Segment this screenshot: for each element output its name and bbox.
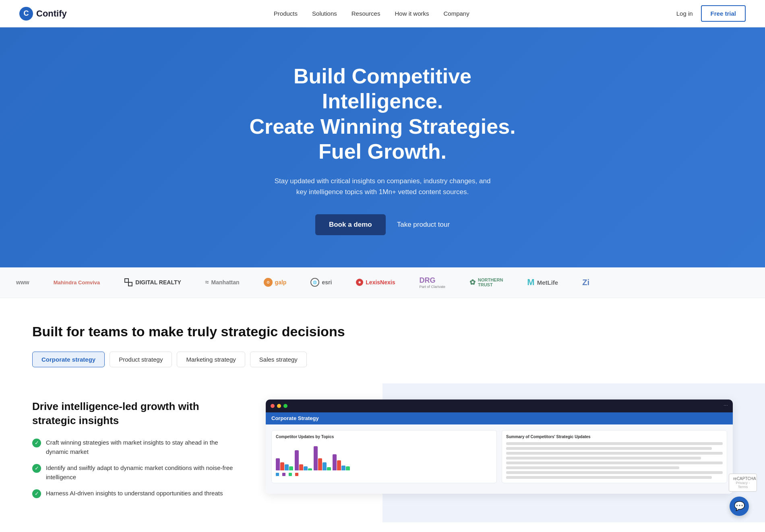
text-line [506,452,723,455]
feature-item-3: ✓ Harness AI-driven insights to understa… [32,489,242,498]
logo-galp: ⊙ galp [264,278,287,287]
hero-subtext: Stay updated with critical insights on c… [274,176,491,197]
text-line [506,471,723,474]
bar-chart [276,442,492,470]
text-line [506,457,701,460]
content-section: Drive intelligence-led growth with strat… [0,383,765,522]
feature-list: ✓ Craft winning strategies with market i… [32,438,242,498]
logo-manhattan: ≈ Manhattan [205,279,240,286]
text-line [506,462,723,464]
dashboard-mockup: ⋯ Corporate Strategy Competitor Updates … [266,400,733,494]
logo-zi: Zi [582,278,589,287]
content-left: Drive intelligence-led growth with strat… [32,400,242,498]
free-trial-button[interactable]: Free trial [701,5,746,22]
logo-www: www [16,279,29,286]
bar [323,462,327,470]
nav-links: Products Solutions Resources How it work… [274,10,469,17]
dash-topbar: ⋯ [266,400,733,412]
bar [299,464,303,470]
logo-icon: C [19,7,33,21]
feature-item-1: ✓ Craft winning strategies with market i… [32,438,242,456]
chatbot-button[interactable]: 💬 [730,497,749,516]
logo-digital-realty: DIGITAL REALTY [124,278,181,287]
bar [337,460,341,470]
nav-solutions[interactable]: Solutions [312,10,337,17]
navbar-actions: Log in Free trial [676,5,746,22]
bar [285,464,289,470]
tab-product-strategy[interactable]: Product strategy [110,352,172,367]
text-line [506,466,679,469]
text-line [506,442,723,445]
bar-group-1 [276,458,293,470]
tab-marketing-strategy[interactable]: Marketing strategy [177,352,245,367]
check-icon-2: ✓ [32,464,41,473]
bar [280,462,284,470]
bar-group-3 [314,446,331,470]
lexis-icon: ◉ [356,279,363,286]
text-line [506,476,712,479]
check-icon-3: ✓ [32,489,41,498]
bar [304,466,308,470]
logos-strip: www Mahindra Comviva DIGITAL REALTY ≈ Ma… [0,267,765,298]
recaptcha-badge: reCAPTCHA Privacy - Terms [729,474,757,492]
hero-section: Build Competitive Intelligence. Create W… [0,27,765,267]
bar [341,466,345,470]
bar [318,458,322,470]
book-demo-button[interactable]: Book a demo [315,214,386,235]
bar-group-4 [333,454,350,470]
hero-actions: Book a demo Take product tour [8,214,757,235]
logo-mahindra: Mahindra Comviva [54,279,100,286]
bar [308,468,312,470]
dash-body: Competitor Updates by Topics [266,424,733,494]
text-line [506,447,712,450]
nav-company[interactable]: Company [443,10,469,17]
content-heading: Drive intelligence-led growth with strat… [32,400,242,428]
logos-inner: www Mahindra Comviva DIGITAL REALTY ≈ Ma… [0,276,765,289]
galp-icon: ⊙ [264,278,273,287]
feature-item-2: ✓ Identify and swiftly adapt to dynamic … [32,464,242,482]
dot-green [283,404,287,408]
nav-products[interactable]: Products [274,10,298,17]
dashboard-inner: ⋯ Corporate Strategy Competitor Updates … [266,400,733,494]
bar-legend [276,473,492,476]
logo-lexis: ◉ LexisNexis [356,279,395,286]
login-link[interactable]: Log in [676,10,693,17]
text-lines [506,442,723,479]
svg-rect-0 [125,279,128,282]
strategy-section: Built for teams to make truly strategic … [0,298,765,383]
check-icon-1: ✓ [32,439,41,447]
esri-icon: 🌐 [310,278,319,287]
strategy-title: Built for teams to make truly strategic … [32,324,733,339]
logo-metlife: M MetLife [527,277,558,288]
tab-corporate-strategy[interactable]: Corporate strategy [32,352,105,367]
dash-title-bar: Corporate Strategy [266,412,733,424]
logo-esri: 🌐 esri [310,278,332,287]
bar [333,454,337,470]
nav-how-it-works[interactable]: How it works [395,10,429,17]
product-tour-link[interactable]: Take product tour [397,221,450,229]
bar [314,446,318,470]
bar [346,466,350,470]
tab-sales-strategy[interactable]: Sales strategy [250,352,307,367]
bar [327,467,331,470]
bar [295,450,299,470]
bar-chart-panel: Competitor Updates by Topics [271,430,497,483]
dot-yellow [277,404,281,408]
summary-panel: Summary of Competitors' Strategic Update… [502,430,727,483]
strategy-tabs: Corporate strategy Product strategy Mark… [32,352,733,367]
logo[interactable]: C Contify [19,7,67,21]
bar [276,458,280,470]
navbar: C Contify Products Solutions Resources H… [0,0,765,27]
hero-heading: Build Competitive Intelligence. Create W… [242,64,523,164]
logo-drg: DRG Part of Clarivate [419,276,445,289]
nav-resources[interactable]: Resources [351,10,380,17]
svg-rect-1 [128,282,132,286]
dot-red [271,404,275,408]
logo-northern-trust: ✿ NORTHERN TRUST [469,277,503,287]
bar [289,466,293,470]
brand-name: Contify [36,8,67,19]
dash-charts-row: Competitor Updates by Topics [271,430,727,483]
bar-group-2 [295,450,312,470]
